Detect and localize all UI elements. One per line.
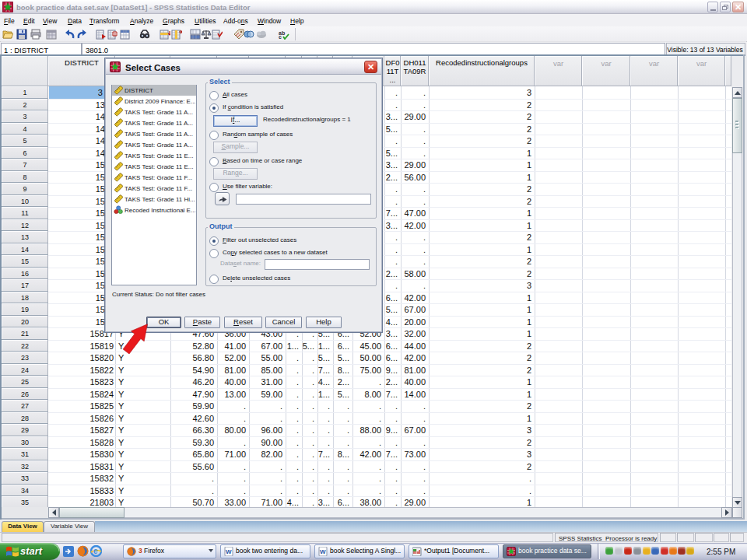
svg-text:e: e	[93, 547, 98, 555]
svg-text:c: c	[279, 34, 282, 40]
svg-text:W: W	[226, 548, 232, 555]
svg-text:W: W	[320, 548, 326, 555]
